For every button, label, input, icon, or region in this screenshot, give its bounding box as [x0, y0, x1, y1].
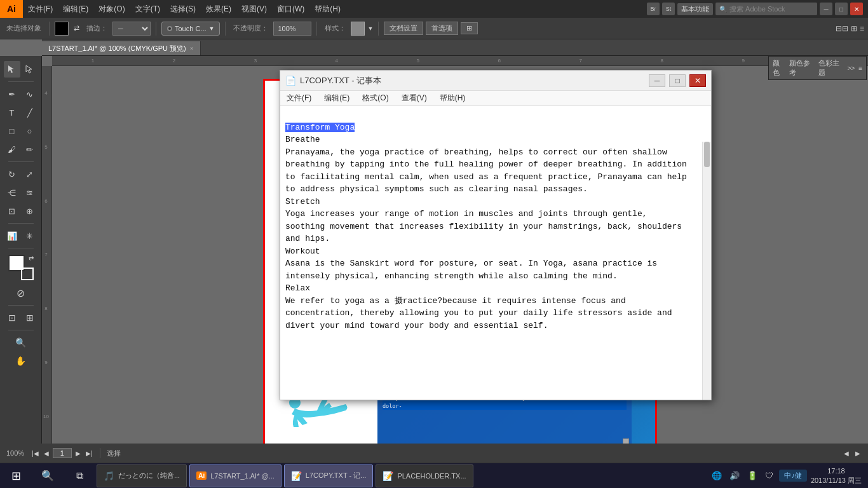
menu-view[interactable]: 视图(V): [236, 0, 272, 18]
stroke-label: 描边：: [84, 24, 110, 33]
opacity-input[interactable]: [273, 22, 311, 36]
antivirus-tray-icon[interactable]: 🛡: [763, 471, 775, 480]
start-icon: ⊞: [11, 469, 21, 483]
curvature-tool[interactable]: ∿: [22, 86, 38, 102]
tab-close-icon[interactable]: ×: [190, 45, 194, 52]
first-page-button[interactable]: |◀: [31, 449, 40, 458]
screen-mode-btn[interactable]: ⊡: [4, 309, 20, 326]
stock-icon[interactable]: St: [662, 3, 675, 15]
more-icon[interactable]: ≡: [860, 24, 864, 33]
style-chevron-icon[interactable]: ▼: [367, 25, 373, 32]
menu-edit[interactable]: 编辑(E): [58, 0, 93, 18]
bridge-icon[interactable]: Br: [647, 3, 660, 15]
line-tool[interactable]: ╱: [22, 104, 38, 121]
music-task-label: だっとのに（纯音...: [118, 471, 180, 480]
selection-tools: [4, 61, 38, 78]
rect-tool[interactable]: □: [4, 123, 20, 139]
panel-expand-icon[interactable]: >>: [847, 65, 855, 72]
page-number-input[interactable]: [53, 448, 72, 458]
free-transform-tool[interactable]: ⊡: [4, 203, 20, 219]
minimize-button[interactable]: ─: [820, 3, 832, 15]
select-tool[interactable]: [4, 61, 20, 78]
zoom-tool[interactable]: 🔍: [13, 334, 29, 351]
swap-colors-icon[interactable]: ⇄: [71, 24, 81, 34]
adobe-stock-search[interactable]: 🔍 搜索 Adobe Stock: [715, 3, 817, 15]
network-tray-icon[interactable]: 🌐: [710, 471, 724, 480]
swap-icon[interactable]: ⇄: [29, 255, 34, 262]
misc-button[interactable]: ⊞: [461, 22, 478, 34]
align-icon[interactable]: ⊞: [851, 24, 857, 33]
notepad-text-area[interactable]: Transform Yoga Breathe Pranayama, the yo…: [280, 106, 711, 347]
menu-window[interactable]: 窗口(W): [272, 0, 309, 18]
taskbar-search-icon[interactable]: 🔍: [32, 463, 64, 489]
type-tool[interactable]: T: [4, 104, 20, 121]
type-tools: T ╱: [4, 104, 38, 121]
width-tool[interactable]: ⋲: [4, 184, 20, 201]
battery-tray-icon[interactable]: 🔋: [745, 471, 759, 480]
selection-status: 选择: [107, 449, 121, 458]
notepad-menu-format[interactable]: 格式(O): [356, 91, 395, 105]
document-tab[interactable]: L7START_1.AI* @ 100% (CMYK/GPU 预览) ×: [42, 41, 201, 55]
doc-settings-button[interactable]: 文档设置: [384, 22, 423, 35]
taskbar-task-view-icon[interactable]: ⧉: [64, 463, 95, 489]
preferences-button[interactable]: 首选项: [426, 22, 458, 35]
menu-effect[interactable]: 效果(E): [201, 0, 236, 18]
puppet-warp-tool[interactable]: ⊕: [22, 203, 38, 219]
notepad-close-button[interactable]: ✕: [689, 74, 706, 87]
menu-text[interactable]: 文字(T): [130, 0, 165, 18]
pencil-tool[interactable]: ✏: [22, 141, 38, 158]
notepad-menu-edit[interactable]: 编辑(E): [318, 91, 356, 105]
draw-inside-btn[interactable]: ⊞: [22, 309, 38, 326]
maximize-button[interactable]: □: [835, 3, 848, 15]
warp-tool[interactable]: ≋: [22, 184, 38, 201]
taskbar-placeholder-task[interactable]: 📝 PLACEHOLDER.TX...: [376, 464, 473, 487]
status-prev-icon[interactable]: ◀: [843, 449, 850, 458]
toolbar-divider-5: [378, 22, 379, 36]
arrange-icon[interactable]: ⊟⊟: [836, 24, 848, 33]
none-fill-icon[interactable]: ⊘: [13, 285, 29, 301]
taskbar-illustrator-task[interactable]: Ai L7START_1.AI* @...: [189, 464, 281, 487]
start-button[interactable]: ⊞: [0, 463, 32, 489]
pen-tool[interactable]: ✒: [4, 86, 20, 102]
menu-help[interactable]: 帮助(H): [309, 0, 346, 18]
close-button[interactable]: ✕: [850, 3, 863, 15]
fill-swatch[interactable]: [55, 22, 69, 36]
touch-chevron-icon: ▼: [209, 25, 215, 32]
ime-indicator[interactable]: 中♪健: [779, 470, 807, 482]
menu-select[interactable]: 选择(S): [165, 0, 201, 18]
color-panel-header[interactable]: 颜色 颜色参考 色彩主题 >> ≡: [769, 57, 866, 79]
taskbar-notepad-task[interactable]: 📝 L7COPY.TXT - 记...: [284, 464, 374, 487]
menu-file[interactable]: 文件(F): [23, 0, 58, 18]
stroke-color-swatch[interactable]: [21, 268, 34, 280]
paintbrush-tool[interactable]: 🖌: [4, 141, 20, 158]
panel-menu-icon[interactable]: ≡: [858, 65, 862, 72]
notepad-scroll-thumb[interactable]: [704, 142, 710, 167]
graph-tool[interactable]: 📊: [4, 227, 20, 244]
taskbar-music-task[interactable]: 🎵 だっとのに（纯音...: [97, 464, 187, 487]
ai-logo-button[interactable]: Ai: [0, 0, 23, 18]
last-page-button[interactable]: ▶|: [85, 449, 94, 458]
touch-selector[interactable]: Touch C... ▼: [161, 22, 220, 36]
notepad-minimize-button[interactable]: ─: [649, 74, 665, 87]
ruler-horizontal: 12345678910: [52, 56, 868, 66]
direct-select-tool[interactable]: [22, 61, 38, 78]
notepad-menu-file[interactable]: 文件(F): [280, 91, 318, 105]
notepad-menu-help[interactable]: 帮助(H): [433, 91, 472, 105]
hand-tool[interactable]: ✋: [13, 353, 29, 369]
basic-function-btn[interactable]: 基本功能: [677, 3, 713, 15]
ellipse-tool[interactable]: ○: [22, 123, 38, 139]
rotate-tool[interactable]: ↻: [4, 166, 20, 182]
scale-tool[interactable]: ⤢: [22, 166, 38, 182]
style-swatch[interactable]: [351, 22, 365, 36]
sound-tray-icon[interactable]: 🔊: [728, 471, 742, 480]
status-next-icon[interactable]: ▶: [854, 449, 862, 458]
placeholder-task-icon: 📝: [383, 471, 393, 481]
notepad-maximize-button[interactable]: □: [669, 74, 686, 87]
notepad-scrollbar[interactable]: [702, 142, 711, 400]
notepad-menu-view[interactable]: 查看(V): [395, 91, 433, 105]
menu-object[interactable]: 对象(O): [93, 0, 130, 18]
prev-page-button[interactable]: ◀: [43, 449, 50, 458]
symbol-tool[interactable]: ✳: [22, 227, 38, 244]
next-page-button[interactable]: ▶: [74, 449, 82, 458]
stroke-select[interactable]: ─: [112, 22, 151, 36]
